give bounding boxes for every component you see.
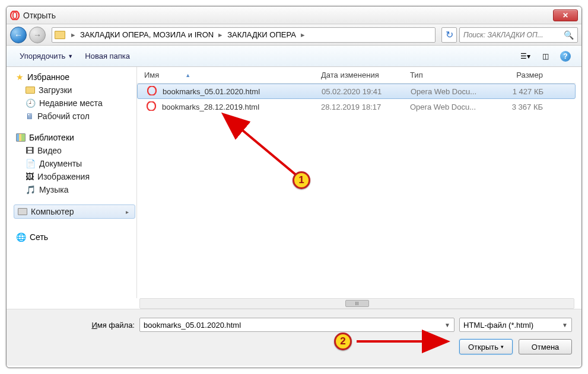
cancel-button[interactable]: Отмена bbox=[519, 339, 572, 354]
column-size[interactable]: Размер bbox=[493, 71, 552, 79]
recent-icon: 🕘 bbox=[26, 98, 36, 108]
music-icon: 🎵 bbox=[26, 185, 36, 194]
chevron-right-icon: ▸ bbox=[69, 30, 78, 39]
documents-icon: 📄 bbox=[26, 159, 36, 168]
chevron-down-icon: ▼ bbox=[562, 322, 568, 328]
chevron-down-icon[interactable]: ▼ bbox=[444, 322, 450, 328]
opera-icon bbox=[147, 86, 157, 97]
filetype-select[interactable]: HTML-файл (*.html) ▼ bbox=[459, 318, 572, 332]
svg-point-3 bbox=[147, 101, 155, 110]
search-box[interactable]: 🔍 bbox=[459, 27, 578, 43]
sidebar-item-recent[interactable]: 🕘Недавние места bbox=[12, 97, 136, 110]
file-size: 1 427 КБ bbox=[494, 87, 553, 96]
footer: Имя файла: bookmarks_05.01.2020.html ▼ H… bbox=[7, 309, 581, 366]
toolbar: Упорядочить ▼ Новая папка ☰▾ ◫ ? bbox=[7, 46, 581, 67]
sort-asc-icon: ▲ bbox=[185, 72, 190, 78]
network-icon: 🌐 bbox=[16, 232, 26, 242]
file-date: 28.12.2019 18:17 bbox=[321, 103, 410, 111]
file-size: 3 367 КБ bbox=[493, 103, 552, 111]
chevron-right-icon: ▸ bbox=[216, 30, 225, 39]
content-area: ★Избранное Загрузки 🕘Недавние места 🖥Раб… bbox=[7, 67, 581, 298]
folder-icon bbox=[26, 87, 35, 94]
help-icon: ? bbox=[560, 51, 571, 62]
view-mode-button[interactable]: ☰▾ bbox=[516, 50, 534, 63]
column-headers: Имя▲ Дата изменения Тип Размер bbox=[137, 67, 576, 84]
navbar: ← → ▸ ЗАКЛАДКИ ОПЕРА, МОЗИЛА и IRON ▸ ЗА… bbox=[7, 24, 581, 46]
scrollbar-thumb[interactable] bbox=[345, 300, 369, 307]
sidebar-item-video[interactable]: 🎞Видео bbox=[12, 144, 136, 157]
column-type[interactable]: Тип bbox=[410, 71, 493, 79]
svg-point-2 bbox=[148, 86, 156, 95]
sidebar-libraries[interactable]: Библиотеки bbox=[12, 131, 136, 144]
folder-icon bbox=[55, 31, 65, 39]
computer-icon bbox=[18, 208, 27, 215]
organize-menu[interactable]: Упорядочить ▼ bbox=[14, 49, 79, 63]
file-name: bookmarks_28.12.2019.html bbox=[162, 103, 259, 111]
arrow-right-icon: → bbox=[33, 30, 42, 40]
help-button[interactable]: ? bbox=[557, 50, 574, 63]
refresh-icon: ↻ bbox=[446, 29, 453, 40]
file-type: Opera Web Docu... bbox=[411, 87, 494, 96]
sidebar-computer[interactable]: Компьютер▸ bbox=[14, 204, 135, 219]
breadcrumb[interactable]: ▸ ЗАКЛАДКИ ОПЕРА, МОЗИЛА и IRON ▸ ЗАКЛАД… bbox=[52, 27, 436, 43]
new-folder-label: Новая папка bbox=[85, 52, 130, 60]
file-open-dialog: Открыть ✕ ← → ▸ ЗАКЛАДКИ ОПЕРА, МОЗИЛА и… bbox=[6, 6, 582, 368]
opera-icon bbox=[147, 101, 156, 113]
search-input[interactable] bbox=[463, 31, 564, 39]
file-name: bookmarks_05.01.2020.html bbox=[163, 87, 260, 96]
file-list: Имя▲ Дата изменения Тип Размер bookmarks… bbox=[137, 67, 576, 298]
window-title: Открыть bbox=[23, 11, 553, 20]
preview-pane-button[interactable]: ◫ bbox=[536, 50, 554, 63]
preview-icon: ◫ bbox=[542, 52, 549, 60]
forward-button[interactable]: → bbox=[29, 27, 46, 43]
column-name[interactable]: Имя▲ bbox=[137, 71, 321, 79]
sidebar-favorites[interactable]: ★Избранное bbox=[12, 71, 136, 84]
file-row[interactable]: bookmarks_05.01.2020.html 05.02.2020 19:… bbox=[137, 84, 576, 99]
file-date: 05.02.2020 19:41 bbox=[322, 87, 411, 96]
opera-icon bbox=[10, 11, 20, 20]
horizontal-scrollbar[interactable] bbox=[139, 298, 574, 309]
back-button[interactable]: ← bbox=[10, 27, 27, 43]
video-icon: 🎞 bbox=[26, 146, 34, 155]
chevron-right-icon: ▸ bbox=[298, 30, 307, 39]
split-arrow-icon: ▾ bbox=[501, 344, 504, 350]
organize-label: Упорядочить bbox=[20, 52, 65, 60]
sidebar-item-music[interactable]: 🎵Музыка bbox=[12, 183, 136, 196]
close-button[interactable]: ✕ bbox=[553, 9, 578, 21]
filename-input[interactable]: bookmarks_05.01.2020.html ▼ bbox=[139, 318, 454, 332]
svg-point-1 bbox=[13, 12, 17, 19]
star-icon: ★ bbox=[16, 72, 24, 82]
file-type: Opera Web Docu... bbox=[410, 103, 493, 111]
titlebar: Открыть ✕ bbox=[7, 7, 581, 24]
pictures-icon: 🖼 bbox=[26, 172, 34, 181]
desktop-icon: 🖥 bbox=[26, 111, 34, 121]
breadcrumb-part[interactable]: ЗАКЛАДКИ ОПЕРА, МОЗИЛА и IRON bbox=[78, 30, 216, 39]
sidebar: ★Избранное Загрузки 🕘Недавние места 🖥Раб… bbox=[12, 67, 137, 298]
chevron-right-icon: ▸ bbox=[126, 209, 131, 215]
filename-label: Имя файла: bbox=[16, 321, 135, 330]
libraries-icon bbox=[16, 133, 26, 142]
view-icon: ☰▾ bbox=[520, 52, 530, 60]
refresh-button[interactable]: ↻ bbox=[441, 27, 457, 43]
arrow-left-icon: ← bbox=[14, 30, 23, 40]
sidebar-network[interactable]: 🌐Сеть bbox=[12, 231, 136, 244]
sidebar-item-pictures[interactable]: 🖼Изображения bbox=[12, 170, 136, 183]
new-folder-button[interactable]: Новая папка bbox=[79, 49, 136, 63]
file-row[interactable]: bookmarks_28.12.2019.html 28.12.2019 18:… bbox=[137, 99, 576, 114]
search-icon: 🔍 bbox=[564, 30, 574, 40]
chevron-down-icon: ▼ bbox=[68, 53, 73, 59]
column-date[interactable]: Дата изменения bbox=[321, 71, 410, 79]
sidebar-item-downloads[interactable]: Загрузки bbox=[12, 84, 136, 97]
sidebar-item-desktop[interactable]: 🖥Рабочий стол bbox=[12, 110, 136, 123]
breadcrumb-part[interactable]: ЗАКЛАДКИ ОПЕРА bbox=[225, 30, 298, 39]
sidebar-item-documents[interactable]: 📄Документы bbox=[12, 157, 136, 170]
open-button[interactable]: Открыть▾ bbox=[459, 339, 513, 354]
